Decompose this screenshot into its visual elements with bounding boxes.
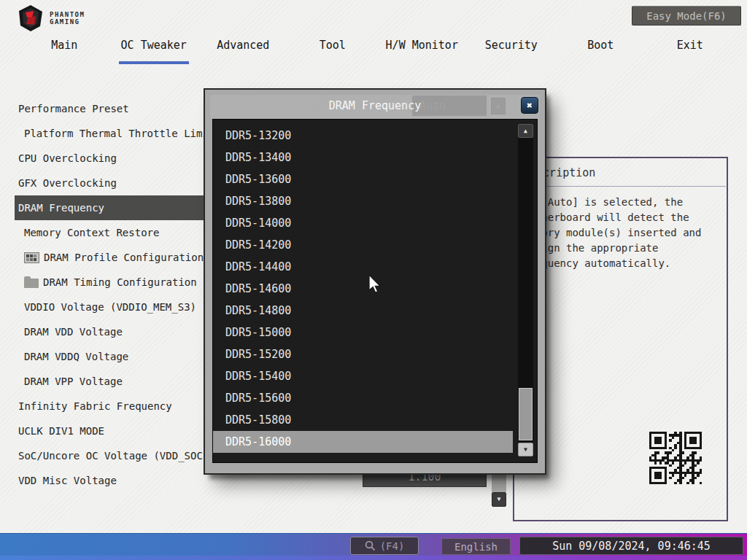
search-button[interactable]: (F4) xyxy=(350,537,419,555)
tab-h-w-monitor[interactable]: H/W Monitor xyxy=(377,36,467,64)
option-label: DDR5-15600 xyxy=(225,392,291,405)
scroll-up-icon: ▲ xyxy=(524,128,527,134)
sidebar-item-label: Platform Thermal Throttle Limit( xyxy=(24,121,205,146)
option-ddr5-14600[interactable]: DDR5-14600 xyxy=(213,278,513,300)
brand-line2: GAMING xyxy=(50,18,85,26)
option-label: DDR5-14400 xyxy=(225,260,291,273)
option-ddr5-16000[interactable]: DDR5-16000 xyxy=(213,431,513,453)
tab-label: Exit xyxy=(677,39,703,52)
sidebar-item-gfx-overclocking[interactable]: GFX Overclocking xyxy=(15,171,205,195)
option-ddr5-14200[interactable]: DDR5-14200 xyxy=(213,234,513,256)
option-label: DDR5-14600 xyxy=(225,282,291,295)
tab-advanced[interactable]: Advanced xyxy=(198,36,288,64)
option-label: DDR5-15800 xyxy=(225,413,291,427)
sidebar-item-uclk-div1-mode[interactable]: UCLK DIV1 MODE xyxy=(15,419,205,443)
sidebar-item-label: DRAM Frequency xyxy=(18,195,104,220)
option-ddr5-14800[interactable]: DDR5-14800 xyxy=(213,300,513,322)
option-label: DDR5-16000 xyxy=(225,435,291,448)
sidebar-item-memory-context-restore[interactable]: Memory Context Restore xyxy=(15,220,205,245)
folder-icon xyxy=(24,279,39,288)
option-ddr5-15600[interactable]: DDR5-15600 xyxy=(213,387,513,409)
option-ddr5-15400[interactable]: DDR5-15400 xyxy=(213,365,513,387)
option-label: DDR5-15000 xyxy=(225,326,291,339)
search-icon xyxy=(365,540,376,551)
sidebar-item-vdd-misc-voltage[interactable]: VDD Misc Voltage xyxy=(15,468,205,493)
sidebar-item-infinity-fabric-frequency[interactable]: Infinity Fabric Frequency xyxy=(15,394,205,419)
description-panel: Description If [Auto] is selected, the m… xyxy=(513,157,728,521)
tab-label: Boot xyxy=(587,39,614,52)
option-ddr5-13400[interactable]: DDR5-13400 xyxy=(213,147,513,168)
tab-boot[interactable]: Boot xyxy=(556,36,646,64)
sidebar-item-label: CPU Overclocking xyxy=(18,146,117,171)
easy-mode-button[interactable]: Easy Mode(F6) xyxy=(632,6,741,26)
brand-logo: PHANTOM GAMING xyxy=(16,4,85,33)
option-ddr5-13200[interactable]: DDR5-13200 xyxy=(213,125,513,147)
sidebar-item-vddio-voltage-vddio-mem-s3[interactable]: VDDIO Voltage (VDDIO_MEM_S3) xyxy=(15,295,205,319)
dram-frequency-popup: DRAM Frequency ✖ DDR5-13200 DDR5-13400 D… xyxy=(205,90,545,473)
sidebar-item-label: DRAM Timing Configuration xyxy=(43,270,197,295)
tab-exit[interactable]: Exit xyxy=(646,36,735,64)
sidebar-item-label: UCLK DIV1 MODE xyxy=(18,419,104,443)
datetime-display[interactable]: Sun 09/08/2024, 09:46:45 xyxy=(519,537,743,555)
search-hotkey-label: (F4) xyxy=(380,540,405,552)
sidebar-item-dram-profile-configuration[interactable]: DRAM Profile Configuration xyxy=(15,245,205,270)
popup-scroll-up-button[interactable]: ▲ xyxy=(518,124,533,138)
chevron-down-icon: ▼ xyxy=(498,496,501,502)
option-ddr5-15200[interactable]: DDR5-15200 xyxy=(213,343,513,365)
option-ddr5-14000[interactable]: DDR5-14000 xyxy=(213,212,513,234)
sidebar-menu: Performance Preset Platform Thermal Thro… xyxy=(15,96,205,493)
option-label: DDR5-14000 xyxy=(225,217,291,230)
bios-screen: PHANTOM GAMING Easy Mode(F6) Main OC Twe… xyxy=(0,0,747,560)
sidebar-item-label: DRAM VDD Voltage xyxy=(24,319,123,344)
sidebar-item-dram-vpp-voltage[interactable]: DRAM VPP Voltage xyxy=(15,369,205,394)
options-list: DDR5-13200 DDR5-13400 DDR5-13600 DDR5-13… xyxy=(212,119,538,463)
option-ddr5-13600[interactable]: DDR5-13600 xyxy=(213,168,513,190)
sidebar-item-label: VDD Misc Voltage xyxy=(18,468,117,493)
book-icon xyxy=(24,252,39,263)
tab-oc-tweaker[interactable]: OC Tweaker xyxy=(109,36,199,64)
option-label: DDR5-13800 xyxy=(225,195,291,208)
popup-lower-frame: DDR5-13200 DDR5-13400 DDR5-13600 DDR5-13… xyxy=(210,119,540,468)
popup-scroll-down-button[interactable]: ▼ xyxy=(518,443,533,456)
sidebar-item-performance-preset[interactable]: Performance Preset xyxy=(15,96,205,121)
option-label: DDR5-14800 xyxy=(225,304,291,317)
sidebar-item-dram-vdd-voltage[interactable]: DRAM VDD Voltage xyxy=(15,319,205,344)
popup-scrollbar-thumb[interactable] xyxy=(519,388,533,440)
popup-title-bar: DRAM Frequency ✖ xyxy=(210,95,540,119)
sidebar-item-label: SoC/Uncore OC Voltage (VDD_SOC) xyxy=(18,443,205,468)
sidebar-item-dram-frequency[interactable]: DRAM Frequency xyxy=(15,195,205,220)
sidebar-item-label: GFX Overclocking xyxy=(18,171,117,195)
sidebar-item-label: VDDIO Voltage (VDDIO_MEM_S3) xyxy=(24,295,196,319)
option-label: DDR5-13600 xyxy=(225,173,291,186)
sidebar-item-soc-uncore-oc-voltage-vdd-soc[interactable]: SoC/Uncore OC Voltage (VDD_SOC) xyxy=(15,443,205,468)
tab-label: Main xyxy=(51,39,77,52)
language-button[interactable]: English xyxy=(441,538,511,555)
options-container: DDR5-13200 DDR5-13400 DDR5-13600 DDR5-13… xyxy=(213,125,537,453)
sidebar-item-cpu-overclocking[interactable]: CPU Overclocking xyxy=(15,146,205,171)
sidebar-item-label: DRAM VPP Voltage xyxy=(24,369,123,394)
description-title: Description xyxy=(514,158,727,179)
tab-label: Security xyxy=(485,39,538,52)
sidebar-item-platform-thermal-throttle-limit[interactable]: Platform Thermal Throttle Limit( xyxy=(15,121,205,146)
close-button[interactable]: ✖ xyxy=(521,97,538,114)
tab-label: Tool xyxy=(320,39,346,52)
option-ddr5-13800[interactable]: DDR5-13800 xyxy=(213,190,513,212)
sidebar-item-label: Performance Preset xyxy=(18,96,129,121)
option-label: DDR5-13200 xyxy=(225,129,291,142)
popup-scrollbar[interactable]: ▲ ▼ xyxy=(518,124,533,456)
sidebar-item-dram-timing-configuration[interactable]: DRAM Timing Configuration xyxy=(15,270,205,295)
option-ddr5-14400[interactable]: DDR5-14400 xyxy=(213,256,513,278)
active-tab-underline xyxy=(119,61,189,64)
page-scroll-down-button[interactable]: ▼ xyxy=(492,492,506,507)
tab-main[interactable]: Main xyxy=(20,36,109,64)
nav-tabs: Main OC Tweaker Advanced Tool H/W Monito… xyxy=(20,36,735,64)
sidebar-item-dram-vddq-voltage[interactable]: DRAM VDDQ Voltage xyxy=(15,344,205,369)
scroll-down-icon: ▼ xyxy=(524,446,527,453)
option-ddr5-15800[interactable]: DDR5-15800 xyxy=(213,409,513,431)
tab-security[interactable]: Security xyxy=(467,36,557,64)
tab-tool[interactable]: Tool xyxy=(288,36,378,64)
option-ddr5-15000[interactable]: DDR5-15000 xyxy=(213,322,513,343)
description-text: If [Auto] is selected, the motherboard w… xyxy=(514,187,727,271)
tab-label: OC Tweaker xyxy=(121,39,187,52)
option-label: DDR5-14200 xyxy=(225,238,291,252)
